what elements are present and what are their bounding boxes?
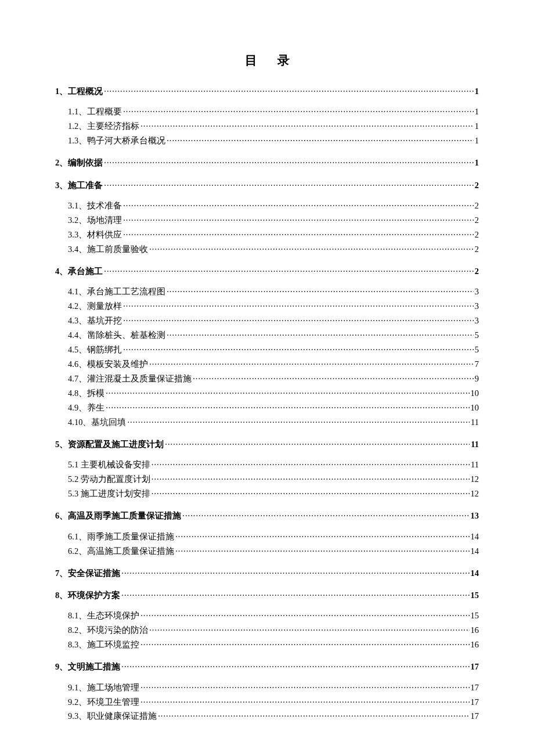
- toc-leader: [140, 681, 469, 694]
- toc-page: 11: [471, 416, 479, 429]
- toc-leader: [121, 567, 469, 580]
- toc-page: 3: [475, 314, 479, 327]
- toc-label: 8.3、施工环境监控: [68, 638, 139, 651]
- toc-page: 11: [471, 458, 479, 471]
- toc-leader: [106, 401, 469, 415]
- toc-entry: 4.2、测量放样3: [55, 300, 479, 313]
- toc-label: 4.3、基坑开挖: [68, 314, 122, 327]
- toc-entry: 1.1、工程概要1: [55, 105, 479, 118]
- toc-leader: [167, 134, 474, 147]
- toc-entry: 6、高温及雨季施工质量保证措施13: [55, 509, 479, 523]
- toc-page: 1: [475, 156, 479, 170]
- toc-label: 1.1、工程概要: [68, 105, 122, 118]
- toc-entry: 1.2、主要经济指标1: [55, 120, 479, 133]
- toc-page: 15: [471, 589, 479, 602]
- toc-page: 5: [475, 329, 479, 342]
- toc-page: 16: [471, 638, 479, 651]
- toc-leader: [123, 343, 474, 357]
- toc-page: 2: [475, 228, 479, 242]
- toc-page: 1: [475, 105, 479, 118]
- toc-leader: [123, 214, 474, 227]
- toc-leader: [123, 105, 474, 118]
- toc-entry: 3、施工准备2: [55, 179, 479, 192]
- toc-entry: 4.5、钢筋绑扎5: [55, 343, 479, 357]
- toc-leader: [175, 545, 469, 558]
- toc-leader: [140, 609, 469, 622]
- toc-leader: [151, 487, 470, 501]
- toc-leader: [167, 329, 474, 342]
- toc-page: 5: [475, 343, 479, 357]
- toc-leader: [167, 285, 474, 298]
- toc-leader: [175, 530, 469, 543]
- toc-title: 目录: [55, 52, 479, 69]
- toc-label: 9.1、施工场地管理: [68, 681, 139, 694]
- toc-page: 3: [475, 300, 479, 313]
- toc-page: 10: [471, 387, 479, 400]
- toc-leader: [182, 509, 469, 523]
- toc-entry: 4.4、凿除桩头、桩基检测5: [55, 329, 479, 342]
- toc-label: 6、高温及雨季施工质量保证措施: [55, 509, 181, 523]
- toc-label: 9、文明施工措施: [55, 660, 120, 674]
- toc-leader: [149, 624, 469, 637]
- toc-entry: 1.3、鸭子河大桥承台概况1: [55, 134, 479, 147]
- toc-entry: 3.1、技术准备2: [55, 199, 479, 213]
- toc-label: 4.1、承台施工工艺流程图: [68, 285, 165, 298]
- toc-page: 9: [475, 372, 479, 386]
- toc-page: 12: [471, 487, 479, 501]
- toc-page: 13: [471, 509, 479, 523]
- toc-leader: [140, 638, 469, 651]
- toc-page: 11: [471, 438, 479, 451]
- toc-label: 4.4、凿除桩头、桩基检测: [68, 329, 165, 342]
- toc-page: 17: [471, 681, 479, 694]
- toc-label: 1.2、主要经济指标: [68, 120, 139, 133]
- toc-entry: 1、工程概况1: [55, 85, 479, 98]
- toc-leader: [123, 300, 474, 313]
- toc-label: 3.4、施工前质量验收: [68, 243, 148, 256]
- toc-leader: [104, 179, 474, 192]
- toc-entry: 7、安全保证措施14: [55, 567, 479, 580]
- toc-label: 3.1、技术准备: [68, 199, 122, 213]
- toc-entry: 2、编制依据1: [55, 156, 479, 170]
- toc-entry: 4、承台施工2: [55, 265, 479, 278]
- toc-entry: 4.6、模板安装及维护7: [55, 358, 479, 371]
- toc-leader: [104, 265, 474, 278]
- toc-page: 3: [475, 285, 479, 298]
- toc-label: 4.10、基坑回填: [68, 416, 126, 429]
- toc-entry: 3.4、施工前质量验收2: [55, 243, 479, 256]
- toc-leader: [140, 696, 469, 709]
- toc-label: 2、编制依据: [55, 156, 103, 170]
- toc-label: 4.5、钢筋绑扎: [68, 343, 122, 357]
- toc-label: 3.2、场地清理: [68, 214, 122, 227]
- toc-page: 12: [471, 473, 479, 486]
- toc-page: 2: [475, 243, 479, 256]
- toc-page: 1: [475, 85, 479, 98]
- toc-page: 16: [471, 624, 479, 637]
- toc-label: 5.1 主要机械设备安排: [68, 458, 150, 471]
- toc-leader: [149, 358, 474, 371]
- toc-label: 3、施工准备: [55, 179, 103, 192]
- toc-entry: 9、文明施工措施17: [55, 660, 479, 674]
- toc-label: 8.2、环境污染的防治: [68, 624, 148, 637]
- toc-entry: 4.1、承台施工工艺流程图3: [55, 285, 479, 298]
- toc-leader: [104, 85, 474, 98]
- toc-page: 7: [475, 358, 479, 371]
- toc-entry: 6.1、雨季施工质量保证措施14: [55, 530, 479, 543]
- toc-page: 14: [471, 567, 479, 580]
- toc-label: 4.8、拆模: [68, 387, 104, 400]
- toc-leader: [151, 458, 470, 471]
- toc-label: 7、安全保证措施: [55, 567, 120, 580]
- toc-page: 15: [471, 609, 479, 622]
- toc-entry: 3.3、材料供应2: [55, 228, 479, 242]
- toc-label: 6.2、高温施工质量保证措施: [68, 545, 174, 558]
- toc-leader: [149, 243, 474, 256]
- toc-entry: 4.8、拆模10: [55, 387, 479, 400]
- toc-label: 8、环境保护方案: [55, 589, 120, 602]
- toc-entry: 8.3、施工环境监控16: [55, 638, 479, 651]
- toc-entry: 4.10、基坑回填11: [55, 416, 479, 429]
- toc-page: 10: [471, 401, 479, 415]
- toc-entry: 5、资源配置及施工进度计划11: [55, 438, 479, 451]
- toc-entry: 5.1 主要机械设备安排11: [55, 458, 479, 471]
- toc-label: 4.6、模板安装及维护: [68, 358, 148, 371]
- toc-entry: 8.1、生态环境保护15: [55, 609, 479, 622]
- toc-leader: [127, 416, 470, 429]
